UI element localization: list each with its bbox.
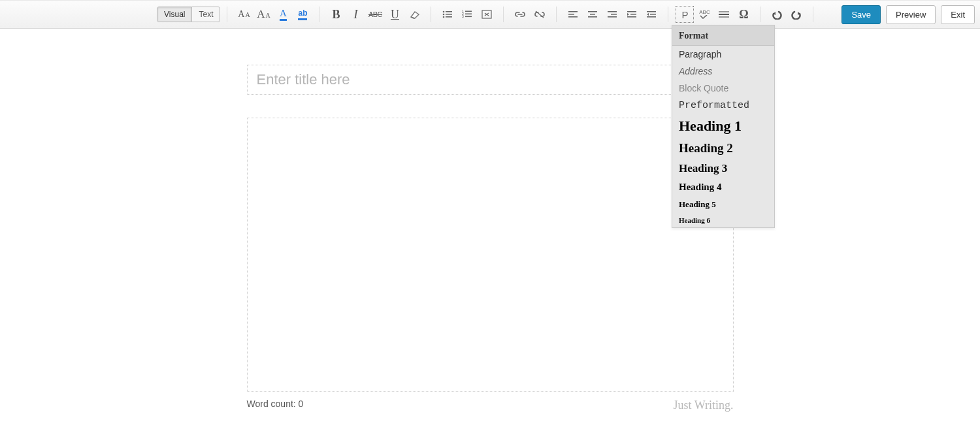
mode-text-button[interactable]: Text [192, 7, 220, 22]
format-dropdown-button[interactable]: P [675, 5, 694, 24]
format-option-h2[interactable]: Heading 2 [672, 138, 774, 159]
svg-rect-18 [588, 16, 597, 18]
toolbar-separator [760, 7, 760, 22]
outdent-icon [645, 9, 657, 20]
clear-formatting-button[interactable] [404, 5, 424, 24]
svg-rect-29 [719, 14, 729, 15]
format-option-h3[interactable]: Heading 3 [672, 159, 774, 178]
format-option-bq[interactable]: Block Quote [672, 80, 774, 97]
svg-rect-23 [630, 14, 636, 15]
align-right-icon [606, 9, 618, 20]
insert-group: P ABC Ω [675, 5, 753, 24]
app-brand-label: Just Writing. [674, 399, 734, 412]
toolbar-separator [668, 7, 668, 22]
italic-button[interactable]: I [346, 5, 365, 24]
svg-rect-20 [611, 14, 617, 15]
underline-button[interactable]: U [385, 5, 404, 24]
svg-rect-5 [446, 16, 452, 18]
svg-point-0 [443, 11, 445, 13]
format-option-p[interactable]: Paragraph [672, 46, 774, 63]
italic-icon: I [353, 8, 357, 20]
toolbar-separator [813, 7, 813, 22]
align-group [563, 5, 661, 24]
undo-icon [771, 9, 783, 20]
svg-rect-28 [719, 11, 729, 12]
unordered-list-button[interactable] [438, 5, 457, 24]
svg-rect-3 [446, 14, 452, 15]
mode-visual-button[interactable]: Visual [157, 7, 192, 22]
link-group [510, 5, 549, 24]
font-size-increase-button[interactable]: AA [253, 5, 273, 24]
svg-point-2 [443, 14, 445, 16]
post-body-input[interactable] [247, 118, 734, 392]
svg-rect-17 [590, 14, 595, 15]
toolbar-separator [227, 7, 227, 22]
format-dropdown-menu: Format ParagraphAddressBlock QuotePrefor… [672, 25, 775, 228]
svg-rect-27 [647, 16, 656, 18]
exit-button[interactable]: Exit [941, 5, 975, 24]
omega-icon: Ω [739, 8, 748, 20]
format-option-h4[interactable]: Heading 4 [672, 178, 774, 196]
format-option-pre[interactable]: Preformatted [672, 97, 774, 114]
editor-canvas: Enter title here [247, 65, 734, 392]
save-button[interactable]: Save [841, 5, 881, 24]
format-option-h5[interactable]: Heading 5 [672, 196, 774, 213]
undo-button[interactable] [767, 5, 787, 24]
post-title-input[interactable]: Enter title here [247, 65, 734, 95]
indent-button[interactable] [622, 5, 642, 24]
word-count-label: Word count: 0 [247, 399, 304, 412]
svg-text:3: 3 [462, 14, 464, 18]
outdent-button[interactable] [642, 5, 661, 24]
font-color-button[interactable]: A [273, 5, 293, 24]
svg-point-4 [443, 16, 445, 18]
format-option-h1[interactable]: Heading 1 [672, 114, 774, 138]
svg-rect-25 [647, 11, 656, 12]
numbered-list-icon: 1 2 3 [461, 9, 473, 20]
background-color-button[interactable]: ab [293, 5, 312, 24]
align-right-button[interactable] [602, 5, 622, 24]
redo-button[interactable] [787, 5, 806, 24]
svg-rect-16 [588, 11, 597, 12]
media-button[interactable] [477, 5, 497, 24]
align-center-button[interactable] [583, 5, 602, 24]
svg-rect-7 [465, 11, 472, 12]
font-size-large-icon: AA [257, 8, 270, 21]
hr-icon [717, 9, 730, 20]
ordered-list-button[interactable]: 1 2 3 [457, 5, 477, 24]
remove-link-button[interactable] [530, 5, 549, 24]
horizontal-rule-button[interactable] [714, 5, 734, 24]
svg-rect-14 [568, 14, 574, 15]
eraser-icon [408, 9, 420, 20]
editor-mode-switch: Visual Text [157, 7, 220, 22]
svg-rect-11 [465, 16, 472, 18]
font-size-decrease-button[interactable]: AA [234, 5, 253, 24]
align-left-button[interactable] [563, 5, 583, 24]
strikethrough-button[interactable]: ABC [365, 5, 385, 24]
spellcheck-button[interactable]: ABC [694, 5, 714, 24]
toolbar-separator [431, 7, 431, 22]
align-left-icon [567, 9, 579, 20]
background-color-icon: ab [298, 8, 307, 20]
preview-button[interactable]: Preview [886, 5, 936, 24]
format-option-h6[interactable]: Heading 6 [672, 213, 774, 227]
toolbar-separator [319, 7, 319, 22]
style-group: B I ABC U [326, 5, 424, 24]
font-group: AA AA A ab [234, 5, 312, 24]
editor-footer: Word count: 0 Just Writing. [247, 399, 734, 412]
action-buttons: Save Preview Exit [841, 5, 975, 24]
bold-button[interactable]: B [326, 5, 346, 24]
insert-link-button[interactable] [510, 5, 530, 24]
font-size-small-icon: AA [238, 9, 250, 20]
indent-icon [626, 9, 638, 20]
svg-rect-19 [608, 11, 617, 12]
spellcheck-icon: ABC [699, 10, 710, 19]
toolbar-separator [503, 7, 504, 22]
history-group [767, 5, 806, 24]
format-option-address[interactable]: Address [672, 63, 774, 80]
strikethrough-icon: ABC [368, 10, 382, 18]
svg-rect-13 [568, 11, 578, 12]
format-dropdown-header: Format [672, 25, 774, 46]
svg-rect-22 [627, 11, 636, 12]
special-char-button[interactable]: Ω [734, 5, 753, 24]
redo-icon [791, 9, 802, 20]
